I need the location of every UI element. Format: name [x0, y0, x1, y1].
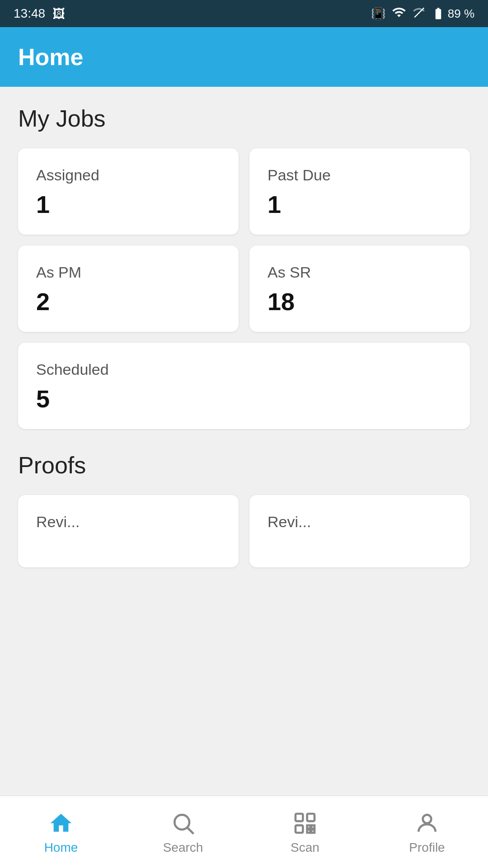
status-right: 📳 89 %	[371, 5, 474, 23]
wifi-icon	[392, 5, 406, 23]
nav-scan-label: Scan	[291, 840, 319, 855]
nav-search[interactable]: Search	[122, 796, 244, 868]
svg-rect-2	[296, 814, 303, 821]
nav-scan[interactable]: Scan	[244, 796, 366, 868]
proof-card-1[interactable]: Revi...	[249, 495, 470, 567]
profile-icon	[413, 810, 441, 837]
app-header: Home	[0, 27, 488, 87]
past-due-card[interactable]: Past Due 1	[249, 148, 470, 235]
as-pm-card[interactable]: As PM 2	[18, 245, 239, 332]
proofs-grid: Revi... Revi...	[18, 495, 470, 567]
svg-line-1	[188, 828, 194, 834]
nav-profile-label: Profile	[409, 840, 445, 855]
bottom-nav: Home Search Scan	[0, 796, 488, 868]
nav-search-label: Search	[163, 840, 203, 855]
assigned-value: 1	[36, 190, 221, 218]
svg-rect-6	[311, 825, 314, 828]
as-pm-value: 2	[36, 288, 221, 316]
svg-point-0	[174, 815, 189, 830]
as-sr-label: As SR	[267, 264, 452, 281]
my-jobs-section: My Jobs Assigned 1 Past Due 1 As PM 2 As…	[18, 105, 470, 429]
home-icon	[47, 810, 75, 837]
as-sr-card[interactable]: As SR 18	[249, 245, 470, 332]
past-due-label: Past Due	[267, 166, 452, 184]
main-content: My Jobs Assigned 1 Past Due 1 As PM 2 As…	[0, 87, 488, 806]
assigned-label: Assigned	[36, 166, 221, 184]
jobs-grid: Assigned 1 Past Due 1 As PM 2 As SR 18	[18, 148, 470, 332]
signal-icon	[413, 6, 425, 21]
status-bar: 13:48 🖼 📳 89 %	[0, 0, 488, 27]
my-jobs-title: My Jobs	[18, 105, 470, 132]
status-left: 13:48 🖼	[14, 6, 65, 21]
svg-rect-3	[307, 814, 314, 821]
past-due-value: 1	[267, 190, 452, 218]
as-pm-label: As PM	[36, 264, 221, 281]
proof-label-1: Revi...	[267, 513, 452, 531]
proof-label-0: Revi...	[36, 513, 221, 531]
assigned-card[interactable]: Assigned 1	[18, 148, 239, 235]
svg-rect-8	[311, 830, 314, 833]
vibrate-icon: 📳	[371, 7, 385, 21]
svg-rect-4	[296, 825, 303, 832]
page-title: Home	[18, 43, 470, 71]
proof-card-0[interactable]: Revi...	[18, 495, 239, 567]
proofs-section: Proofs Revi... Revi...	[18, 452, 470, 567]
proofs-title: Proofs	[18, 452, 470, 479]
scheduled-label: Scheduled	[36, 361, 452, 378]
svg-rect-5	[307, 825, 310, 828]
nav-home-label: Home	[44, 840, 78, 855]
nav-profile[interactable]: Profile	[366, 796, 488, 868]
scan-icon	[291, 810, 319, 837]
search-icon	[169, 810, 197, 837]
scheduled-card[interactable]: Scheduled 5	[18, 343, 470, 429]
svg-point-9	[423, 815, 432, 823]
scheduled-value: 5	[36, 385, 452, 413]
nav-home[interactable]: Home	[0, 796, 122, 868]
as-sr-value: 18	[267, 288, 452, 316]
status-time: 13:48	[14, 6, 45, 21]
photo-icon: 🖼	[52, 6, 65, 21]
battery-icon: 89 %	[432, 7, 474, 21]
svg-rect-7	[307, 830, 310, 833]
